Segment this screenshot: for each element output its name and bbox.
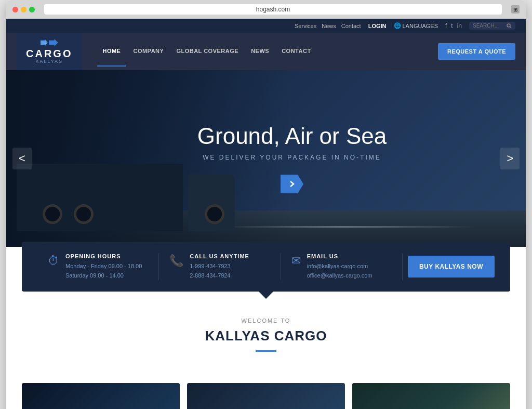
dot-yellow[interactable] bbox=[21, 7, 26, 12]
card-port[interactable] bbox=[352, 383, 510, 409]
browser-dots bbox=[12, 7, 35, 12]
svg-line-1 bbox=[510, 27, 512, 28]
info-bar: ⏱ OPENING HOURS Monday - Friday 09.00 - … bbox=[22, 242, 510, 292]
nav-contact[interactable]: CONTACT bbox=[276, 36, 316, 67]
main-nav: CARGO KALLYAS HOME COMPANY GLOBAL COVERA… bbox=[6, 33, 526, 70]
info-email-line1: info@kallyas-cargo.com bbox=[307, 262, 373, 271]
nav-news[interactable]: NEWS bbox=[246, 36, 274, 67]
info-phone: 📞 CALL US ANYTIME 1-999-434-7923 2-888-4… bbox=[159, 253, 281, 280]
topbar-contact[interactable]: Contact bbox=[341, 23, 361, 29]
info-email: ✉ EMAIL US info@kallyas-cargo.com office… bbox=[281, 253, 403, 280]
logo-subtext: KALLYAS bbox=[35, 59, 63, 64]
logo-arrow-large bbox=[49, 39, 58, 46]
logo-icon bbox=[41, 39, 58, 46]
topbar-services[interactable]: Services bbox=[295, 23, 316, 29]
topbar-login[interactable]: LOGIN bbox=[368, 23, 387, 29]
top-bar: Services News Contact LOGIN 🌐 LANGUAGES … bbox=[6, 19, 526, 33]
info-phone-line1: 1-999-434-7923 bbox=[190, 262, 249, 271]
info-hours-line1: Monday - Friday 09.00 - 18.00 bbox=[65, 262, 142, 271]
clock-icon: ⏱ bbox=[48, 254, 59, 268]
dot-red[interactable] bbox=[12, 7, 18, 12]
top-bar-nav: Services News Contact bbox=[295, 23, 361, 29]
nav-coverage[interactable]: GLOBAL COVERAGE bbox=[171, 36, 244, 67]
truck-wheel-2 bbox=[74, 204, 94, 224]
truck-trailer bbox=[17, 164, 183, 231]
nav-home[interactable]: HOME bbox=[97, 36, 126, 67]
info-email-text: EMAIL US info@kallyas-cargo.com office@k… bbox=[307, 253, 373, 280]
dot-green[interactable] bbox=[29, 7, 35, 12]
hero-next-button[interactable]: > bbox=[500, 148, 520, 169]
nav-links: HOME COMPANY GLOBAL COVERAGE NEWS CONTAC… bbox=[97, 36, 438, 67]
info-phone-heading: CALL US ANYTIME bbox=[190, 253, 249, 259]
info-phone-line2: 2-888-434-7924 bbox=[190, 271, 249, 281]
info-hours-line2: Saturday 09.00 - 14.00 bbox=[65, 271, 142, 281]
search-input[interactable] bbox=[473, 23, 504, 29]
welcome-section: WELCOME TO KALLYAS CARGO bbox=[6, 292, 526, 378]
search-bar[interactable] bbox=[469, 22, 515, 30]
truck-wheel-1 bbox=[43, 204, 62, 224]
topbar-social: f t in bbox=[445, 22, 462, 30]
info-phone-text: CALL US ANYTIME 1-999-434-7923 2-888-434… bbox=[190, 253, 249, 280]
url-bar[interactable]: hogash.com bbox=[44, 4, 502, 15]
card-port-overlay bbox=[352, 383, 510, 409]
hero-title: Ground, Air or Sea bbox=[197, 124, 387, 149]
site-content: Services News Contact LOGIN 🌐 LANGUAGES … bbox=[6, 19, 526, 409]
svg-point-0 bbox=[507, 24, 510, 27]
browser-icon: ⊞ bbox=[511, 5, 520, 14]
twitter-icon[interactable]: t bbox=[451, 22, 453, 30]
card-truck-overlay bbox=[22, 383, 180, 409]
logo-text: CARGO bbox=[26, 48, 72, 59]
cards-row bbox=[6, 378, 526, 409]
topbar-news[interactable]: News bbox=[322, 23, 336, 29]
hero-subtitle: WE DELIVER YOUR PACKAGE IN NO-TIME bbox=[197, 154, 387, 161]
phone-icon: 📞 bbox=[169, 254, 183, 268]
request-quote-button[interactable]: REQUEST A QUOTE bbox=[438, 43, 515, 60]
hero-cta-button[interactable] bbox=[281, 175, 303, 193]
browser-window: hogash.com ⊞ Services News Contact LOGIN… bbox=[6, 0, 526, 409]
info-email-line2: office@kallyas-cargo.com bbox=[307, 271, 373, 281]
logo-arrow-small bbox=[41, 39, 48, 46]
facebook-icon[interactable]: f bbox=[445, 22, 447, 30]
welcome-divider bbox=[256, 350, 276, 352]
truck-wheel-3 bbox=[205, 204, 224, 224]
linkedin-icon[interactable]: in bbox=[457, 22, 462, 30]
hero-prev-button[interactable]: < bbox=[12, 148, 32, 169]
info-hours-heading: OPENING HOURS bbox=[65, 253, 142, 259]
welcome-title: KALLYAS CARGO bbox=[22, 328, 510, 344]
search-icon bbox=[507, 23, 512, 29]
chevron-right-icon bbox=[288, 180, 296, 188]
nav-company[interactable]: COMPANY bbox=[128, 36, 169, 67]
card-plane-overlay bbox=[187, 383, 345, 409]
hero-content: Ground, Air or Sea WE DELIVER YOUR PACKA… bbox=[197, 124, 387, 193]
card-plane[interactable] bbox=[187, 383, 345, 409]
browser-chrome: hogash.com ⊞ bbox=[6, 0, 526, 19]
logo[interactable]: CARGO KALLYAS bbox=[17, 33, 82, 70]
hero-section: < Ground, Air or Sea WE DELIVER YOUR PAC… bbox=[6, 70, 526, 247]
mail-icon: ✉ bbox=[291, 254, 301, 268]
info-bar-arrow bbox=[259, 292, 273, 299]
info-hours-text: OPENING HOURS Monday - Friday 09.00 - 18… bbox=[65, 253, 142, 280]
welcome-label: WELCOME TO bbox=[22, 318, 510, 324]
topbar-languages[interactable]: 🌐 LANGUAGES bbox=[394, 22, 438, 29]
buy-kallyas-button[interactable]: BUY KALLYAS NOW bbox=[408, 256, 495, 278]
info-hours: ⏱ OPENING HOURS Monday - Friday 09.00 - … bbox=[37, 253, 159, 280]
card-truck[interactable] bbox=[22, 383, 180, 409]
info-email-heading: EMAIL US bbox=[307, 253, 373, 259]
